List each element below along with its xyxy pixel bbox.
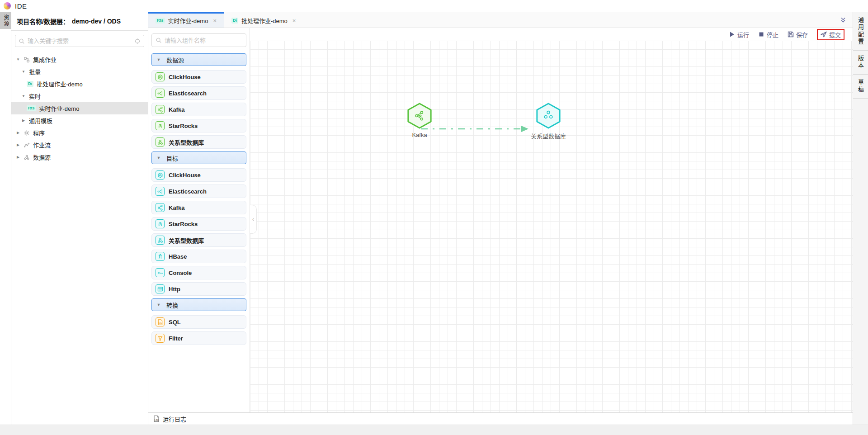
palette-sections: ▼ 数据源 ClickHouse Elasticsearch Kafka Sta…: [151, 53, 246, 345]
palette-item[interactable]: HTTP Http: [151, 282, 246, 296]
kafka-icon: [156, 203, 165, 212]
run-log-bar[interactable]: LOG 运行日志: [148, 412, 853, 425]
palette-search-input[interactable]: [165, 37, 242, 44]
canvas-grid[interactable]: Kafka 关系型数据库 ‹: [250, 41, 853, 412]
close-icon[interactable]: ×: [292, 17, 296, 24]
palette-search[interactable]: [151, 33, 246, 47]
hbase-icon: [156, 252, 165, 261]
elasticsearch-icon: [156, 187, 165, 196]
main-row: 资源 项目名称/数据层： demo-dev / ODS ▼ 集成作业 ▼ 批量 …: [0, 12, 868, 425]
ide-app: IDE 资源 项目名称/数据层： demo-dev / ODS ▼ 集成作业 ▼…: [0, 0, 868, 435]
search-icon: [19, 38, 25, 44]
canvas-node-kafka[interactable]: Kafka: [395, 102, 444, 138]
palette-section-header[interactable]: ▼ 数据源: [151, 53, 246, 66]
palette-item[interactable]: Filter: [151, 331, 246, 345]
collapse-palette-handle[interactable]: ‹: [250, 205, 257, 234]
tree-row-folder[interactable]: ▶ 数据源: [11, 151, 148, 163]
sidebar-header: 项目名称/数据层： demo-dev / ODS: [11, 12, 148, 31]
caret-icon[interactable]: ▼: [21, 70, 26, 74]
palette-section-items: SQL SQL Filter: [151, 315, 246, 345]
palette-item[interactable]: Elasticsearch: [151, 86, 246, 100]
app-header: IDE: [0, 0, 868, 12]
caret-down-icon: ▼: [156, 156, 161, 160]
caret-down-icon: ▼: [156, 303, 161, 307]
caret-down-icon: ▼: [156, 57, 161, 62]
palette-item[interactable]: 关系型数据库: [151, 233, 246, 247]
left-rail-tab-resources[interactable]: 资源: [0, 12, 11, 29]
palette-item[interactable]: Elasticsearch: [151, 184, 246, 198]
palette-item[interactable]: HBase: [151, 250, 246, 263]
palette-section: ▼ 转换 SQL SQL Filter: [151, 298, 246, 345]
palette-item[interactable]: StarRocks: [151, 119, 246, 132]
palette-item[interactable]: ClickHouse: [151, 168, 246, 182]
caret-icon[interactable]: ▼: [21, 94, 26, 98]
submit-button-label: 提交: [829, 30, 841, 39]
stop-button[interactable]: 停止: [758, 30, 778, 39]
canvas-node-relational-db[interactable]: 关系型数据库: [524, 102, 573, 140]
right-rail-item[interactable]: 通用配置: [853, 12, 868, 51]
clickhouse-icon: [156, 72, 165, 81]
integration-icon: [24, 57, 30, 63]
palette-item[interactable]: 关系型数据库: [151, 135, 246, 149]
project-layer-value: demo-dev / ODS: [72, 18, 121, 25]
tree-row-folder[interactable]: ▼ 实时: [11, 90, 148, 102]
palette-section-items: ClickHouse Elasticsearch Kafka StarRocks…: [151, 70, 246, 149]
gear-icon: [24, 130, 30, 136]
app-title: IDE: [15, 2, 27, 10]
palette-item[interactable]: StarRocks: [151, 217, 246, 231]
run-log-label: 运行日志: [163, 415, 186, 423]
clickhouse-icon: [156, 170, 165, 180]
resource-tree: ▼ 集成作业 ▼ 批量 Di 批处理作业-demo ▼ 实时 Rts 实时作业-…: [11, 50, 148, 163]
right-rail: 通用配置版本草稿: [853, 12, 868, 425]
tabbar-spacer: [303, 12, 834, 28]
tree-row-folder[interactable]: ▼ 批量: [11, 66, 148, 78]
tab-bar: Rts 实时作业-demo × Di 批处理作业-demo ×: [148, 12, 853, 28]
tab-batch-job[interactable]: Di 批处理作业-demo ×: [224, 12, 303, 28]
starrocks-icon: [156, 219, 165, 228]
left-rail: 资源: [0, 12, 11, 425]
tree-row-folder[interactable]: ▶ 通用模板: [11, 114, 148, 127]
save-button-label: 保存: [796, 30, 808, 39]
content-row: ▼ 数据源 ClickHouse Elasticsearch Kafka Sta…: [148, 28, 853, 412]
palette-item[interactable]: Cos Console: [151, 266, 246, 279]
palette-section-header[interactable]: ▼ 目标: [151, 151, 246, 164]
caret-icon[interactable]: ▶: [16, 131, 20, 135]
project-layer-label: 项目名称/数据层：: [17, 17, 69, 26]
sidebar-search[interactable]: [15, 35, 144, 47]
palette-section-header[interactable]: ▼ 转换: [151, 298, 246, 311]
locate-icon[interactable]: [134, 38, 141, 44]
caret-icon[interactable]: ▶: [16, 155, 20, 159]
tree-row-folder[interactable]: ▶ 作业流: [11, 139, 148, 151]
caret-icon[interactable]: ▶: [21, 118, 26, 123]
run-button[interactable]: 运行: [729, 30, 749, 39]
filter-icon: [156, 334, 165, 343]
relational-db-icon: [156, 137, 165, 147]
palette-section: ▼ 数据源 ClickHouse Elasticsearch Kafka Sta…: [151, 53, 246, 149]
close-icon[interactable]: ×: [213, 17, 217, 24]
right-rail-item[interactable]: 草稿: [853, 75, 868, 99]
component-palette: ▼ 数据源 ClickHouse Elasticsearch Kafka Sta…: [148, 28, 250, 412]
datasource-icon: [24, 154, 30, 161]
save-button[interactable]: 保存: [788, 30, 808, 39]
tree-row-job[interactable]: Di 批处理作业-demo: [11, 78, 148, 90]
tab-realtime-job[interactable]: Rts 实时作业-demo ×: [148, 12, 224, 28]
bottom-strip: [0, 425, 868, 435]
tree-row-folder[interactable]: ▶ 程序: [11, 127, 148, 139]
run-button-label: 运行: [737, 30, 749, 39]
palette-item[interactable]: Kafka: [151, 201, 246, 214]
caret-icon[interactable]: ▼: [16, 57, 20, 61]
tree-row-job[interactable]: Rts 实时作业-demo: [11, 102, 148, 114]
right-rail-item[interactable]: 版本: [853, 51, 868, 75]
submit-button[interactable]: 提交: [817, 29, 844, 40]
http-icon: HTTP: [156, 284, 165, 293]
collapse-tabs-icon[interactable]: [834, 12, 853, 28]
svg-text:SQL: SQL: [158, 322, 162, 324]
caret-icon[interactable]: ▶: [16, 143, 20, 147]
flow-icon: [24, 142, 30, 148]
sidebar-search-input[interactable]: [28, 38, 132, 44]
tree-row-folder[interactable]: ▼ 集成作业: [11, 53, 148, 66]
palette-item[interactable]: SQL SQL: [151, 315, 246, 329]
paper-plane-icon: [821, 31, 827, 38]
palette-item[interactable]: ClickHouse: [151, 70, 246, 84]
palette-item[interactable]: Kafka: [151, 103, 246, 116]
